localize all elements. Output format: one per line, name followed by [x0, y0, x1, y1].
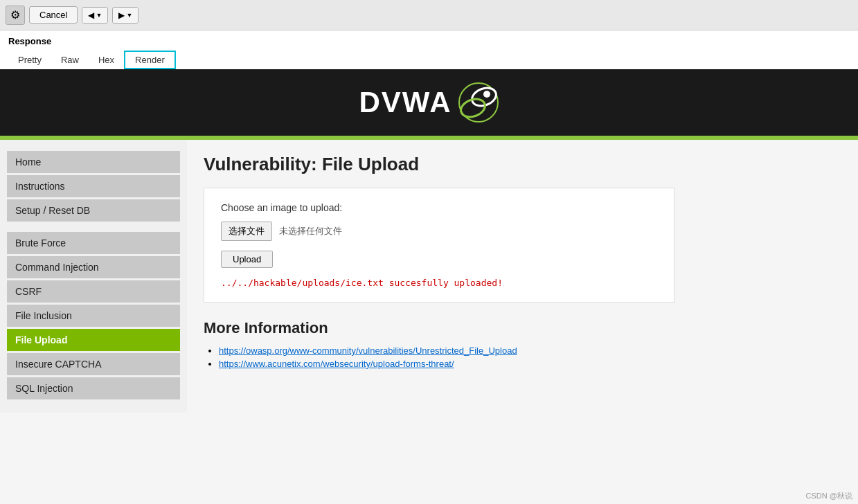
svg-point-3 [483, 91, 490, 98]
sidebar-item-sql-injection[interactable]: SQL Injection [7, 377, 180, 399]
file-row: 选择文件 未选择任何文件 [221, 222, 657, 241]
response-tabs: Pretty Raw Hex Render [8, 51, 850, 69]
response-section: Response Pretty Raw Hex Render [0, 30, 858, 69]
tab-render[interactable]: Render [124, 51, 176, 69]
success-message: ../../hackable/uploads/ice.txt succesful… [221, 278, 657, 288]
sidebar-item-insecure-captcha[interactable]: Insecure CAPTCHA [7, 353, 180, 375]
list-item: https://www.acunetix.com/websecurity/upl… [219, 359, 841, 369]
main-area: DVWA Home Instructions Setup / Reset DB … [0, 69, 858, 504]
more-info-links: https://owasp.org/www-community/vulnerab… [204, 345, 841, 369]
sidebar: Home Instructions Setup / Reset DB Brute… [0, 140, 187, 413]
nav-forward-button[interactable]: ▶ ▼ [113, 8, 138, 23]
upload-button[interactable]: Upload [221, 251, 273, 268]
tab-pretty[interactable]: Pretty [8, 51, 51, 69]
sidebar-item-setup[interactable]: Setup / Reset DB [7, 199, 180, 222]
dvwa-wrapper: DVWA Home Instructions Setup / Reset DB … [0, 69, 858, 504]
nav-back-group: ◀ ▼ [82, 7, 108, 24]
dvwa-logo-text: DVWA [359, 86, 452, 119]
link-acunetix[interactable]: https://www.acunetix.com/websecurity/upl… [219, 359, 454, 369]
toolbar: ⚙ Cancel ◀ ▼ ▶ ▼ [0, 0, 858, 30]
nav-forward-group: ▶ ▼ [112, 7, 138, 24]
response-label: Response [8, 36, 850, 46]
tab-raw[interactable]: Raw [51, 51, 89, 69]
sidebar-item-command-injection[interactable]: Command Injection [7, 256, 180, 278]
choose-file-button[interactable]: 选择文件 [221, 222, 272, 241]
sidebar-item-csrf[interactable]: CSRF [7, 280, 180, 303]
sidebar-spacer [7, 224, 180, 232]
no-file-text: 未选择任何文件 [279, 225, 342, 237]
sidebar-item-instructions[interactable]: Instructions [7, 175, 180, 197]
list-item: https://owasp.org/www-community/vulnerab… [219, 345, 841, 356]
dvwa-header: DVWA [0, 69, 858, 136]
more-info-title: More Information [204, 319, 841, 337]
upload-box: Choose an image to upload: 选择文件 未选择任何文件 … [204, 188, 674, 303]
cancel-button[interactable]: Cancel [29, 6, 78, 24]
sidebar-item-home[interactable]: Home [7, 151, 180, 173]
sidebar-item-file-inclusion[interactable]: File Inclusion [7, 305, 180, 327]
tab-hex[interactable]: Hex [89, 51, 124, 69]
nav-back-button[interactable]: ◀ ▼ [82, 8, 107, 23]
sidebar-item-brute-force[interactable]: Brute Force [7, 232, 180, 254]
gear-icon[interactable]: ⚙ [6, 6, 25, 25]
content-layout: Home Instructions Setup / Reset DB Brute… [0, 140, 858, 413]
dvwa-logo-circle [458, 82, 499, 123]
main-content: Vulnerability: File Upload Choose an ima… [187, 140, 858, 413]
dvwa-logo: DVWA [359, 82, 499, 123]
sidebar-item-file-upload[interactable]: File Upload [7, 329, 180, 351]
link-owasp[interactable]: https://owasp.org/www-community/vulnerab… [219, 345, 517, 356]
upload-label: Choose an image to upload: [221, 202, 657, 213]
page-title: Vulnerability: File Upload [204, 154, 841, 175]
